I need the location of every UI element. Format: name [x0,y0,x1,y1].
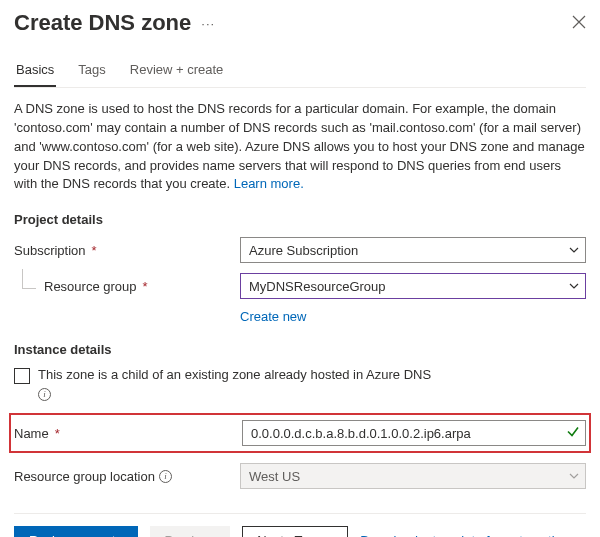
subscription-value: Azure Subscription [249,243,358,258]
resource-group-select[interactable]: MyDNSResourceGroup [240,273,586,299]
hierarchy-elbow-icon [22,269,36,289]
child-zone-label: This zone is a child of an existing zone… [38,367,438,401]
previous-button: Previous [150,526,231,537]
location-value: West US [249,469,300,484]
more-icon[interactable]: ··· [201,16,215,31]
description-text: A DNS zone is used to host the DNS recor… [14,100,586,194]
next-button[interactable]: Next : Tags > [242,526,348,537]
subscription-label: Subscription* [14,243,240,258]
page-title: Create DNS zone [14,10,191,36]
tab-bar: Basics Tags Review + create [14,62,586,88]
location-label: Resource group location i [14,469,240,484]
name-label: Name* [14,426,242,441]
name-input[interactable] [242,420,586,446]
name-row-highlight: Name* [9,413,591,453]
learn-more-link[interactable]: Learn more. [234,176,304,191]
download-template-link[interactable]: Download a template for automation [360,533,569,537]
resource-group-value: MyDNSResourceGroup [249,279,386,294]
project-details-heading: Project details [14,212,586,227]
footer-bar: Review + create Previous Next : Tags > D… [14,513,586,537]
tab-basics[interactable]: Basics [14,62,56,87]
create-new-link[interactable]: Create new [240,309,306,324]
close-icon[interactable] [572,13,586,34]
info-icon[interactable]: i [159,470,172,483]
location-row: Resource group location i West US [14,463,586,489]
info-icon[interactable]: i [38,388,51,401]
subscription-row: Subscription* Azure Subscription [14,237,586,263]
page-header: Create DNS zone ··· [14,10,586,36]
instance-details-heading: Instance details [14,342,586,357]
review-create-button[interactable]: Review + create [14,526,138,537]
location-select: West US [240,463,586,489]
subscription-select[interactable]: Azure Subscription [240,237,586,263]
resource-group-row: Resource group* MyDNSResourceGroup [14,273,586,299]
child-zone-row: This zone is a child of an existing zone… [14,367,586,401]
tab-review-create[interactable]: Review + create [128,62,226,87]
resource-group-label: Resource group* [14,279,240,294]
tab-tags[interactable]: Tags [76,62,107,87]
check-icon [566,425,580,442]
child-zone-checkbox[interactable] [14,368,30,384]
